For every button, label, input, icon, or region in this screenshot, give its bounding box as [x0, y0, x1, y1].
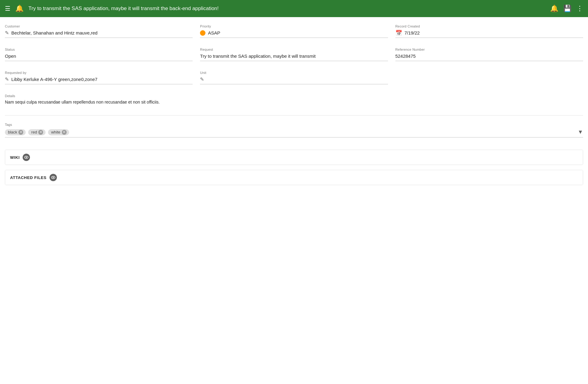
header-title: Try to transmit the SAS application, may…	[28, 5, 545, 12]
status-field: Status Open	[5, 48, 200, 61]
notification-icon[interactable]: 🔔	[550, 5, 558, 13]
empty-field	[395, 71, 583, 84]
wiki-section: WIKI	[5, 150, 583, 165]
reference-value-row: 52428475	[395, 53, 583, 61]
request-label: Request	[200, 48, 388, 51]
requested-by-label: Requested by	[5, 71, 193, 75]
customer-value-row: ✎ Bechtelar, Shanahan and Hintz mauve,re…	[5, 29, 193, 38]
request-value-row: Try to transmit the SAS application, may…	[200, 53, 388, 61]
priority-value: ASAP	[208, 30, 220, 35]
customer-edit-icon[interactable]: ✎	[5, 30, 9, 36]
details-section: Details Nam sequi culpa recusandae ullam…	[5, 94, 583, 105]
tag-black-remove[interactable]: ✕	[18, 130, 23, 135]
request-value: Try to transmit the SAS application, may…	[200, 53, 316, 59]
form-row-3: Requested by ✎ Libby Kerluke A-496-Y gre…	[5, 71, 583, 84]
app-header: ☰ 🔔 Try to transmit the SAS application,…	[0, 0, 588, 17]
requested-by-value: Libby Kerluke A-496-Y green,zone0,zone7	[11, 77, 98, 82]
more-options-icon[interactable]: ⋮	[576, 5, 583, 13]
status-value-row: Open	[5, 53, 193, 61]
tags-list: black ✕ red ✕ white ✕	[5, 129, 578, 135]
unit-field: Unit ✎	[200, 71, 395, 84]
requested-by-field: Requested by ✎ Libby Kerluke A-496-Y gre…	[5, 71, 200, 84]
wiki-header[interactable]: WIKI	[5, 150, 583, 165]
tag-red-remove[interactable]: ✕	[38, 130, 43, 135]
unit-edit-icon[interactable]: ✎	[200, 76, 204, 82]
save-icon[interactable]: 💾	[563, 5, 571, 13]
alert-header-icon: 🔔	[15, 5, 24, 13]
customer-value: Bechtelar, Shanahan and Hintz mauve,red	[11, 30, 98, 35]
unit-value-row: ✎	[200, 76, 388, 84]
record-created-value-row: 📅 7/19/22	[395, 29, 583, 38]
tags-dropdown-icon[interactable]: ▼	[578, 129, 583, 135]
svg-point-3	[53, 177, 54, 178]
tags-row: black ✕ red ✕ white ✕ ▼	[5, 129, 583, 137]
main-content: Customer ✎ Bechtelar, Shanahan and Hintz…	[0, 17, 588, 200]
status-value: Open	[5, 53, 16, 59]
details-label: Details	[5, 94, 583, 98]
priority-field: Priority ASAP	[200, 24, 395, 38]
requested-by-value-row: ✎ Libby Kerluke A-496-Y green,zone0,zone…	[5, 76, 193, 84]
record-created-value: 7/19/22	[405, 30, 420, 35]
tag-black-label: black	[8, 130, 17, 134]
priority-value-row: ASAP	[200, 29, 388, 38]
tag-white-remove[interactable]: ✕	[62, 130, 67, 135]
customer-field: Customer ✎ Bechtelar, Shanahan and Hintz…	[5, 24, 200, 38]
attached-files-eye-icon	[50, 174, 57, 181]
menu-icon[interactable]: ☰	[5, 5, 10, 12]
wiki-title: WIKI	[10, 155, 20, 160]
tags-label: Tags	[5, 123, 583, 126]
attached-files-header[interactable]: ATTACHED FILES	[5, 170, 583, 185]
reference-value: 52428475	[395, 53, 416, 59]
calendar-icon: 📅	[395, 30, 402, 36]
tag-chip-red: red ✕	[28, 129, 46, 135]
form-row-1: Customer ✎ Bechtelar, Shanahan and Hintz…	[5, 24, 583, 38]
unit-label: Unit	[200, 71, 388, 75]
tags-section: Tags black ✕ red ✕ white ✕ ▼	[5, 123, 583, 137]
section-divider	[5, 115, 583, 115]
record-created-label: Record Created	[395, 24, 583, 28]
record-created-field: Record Created 📅 7/19/22	[395, 24, 583, 38]
tag-chip-white: white ✕	[48, 129, 69, 135]
details-text: Nam sequi culpa recusandae ullam repelle…	[5, 99, 583, 105]
tag-chip-black: black ✕	[5, 129, 26, 135]
requested-by-edit-icon[interactable]: ✎	[5, 76, 9, 82]
priority-label: Priority	[200, 24, 388, 28]
wiki-eye-icon	[23, 154, 30, 161]
header-actions: 🔔 💾 ⋮	[550, 5, 583, 13]
svg-point-1	[26, 157, 27, 158]
tag-white-label: white	[51, 130, 60, 134]
request-field: Request Try to transmit the SAS applicat…	[200, 48, 395, 61]
attached-files-title: ATTACHED FILES	[10, 175, 46, 180]
customer-label: Customer	[5, 24, 193, 28]
tag-red-label: red	[31, 130, 37, 134]
reference-field: Reference Number 52428475	[395, 48, 583, 61]
priority-dot	[200, 30, 205, 36]
attached-files-section: ATTACHED FILES	[5, 170, 583, 185]
reference-label: Reference Number	[395, 48, 583, 51]
status-label: Status	[5, 48, 193, 51]
form-row-2: Status Open Request Try to transmit the …	[5, 48, 583, 61]
